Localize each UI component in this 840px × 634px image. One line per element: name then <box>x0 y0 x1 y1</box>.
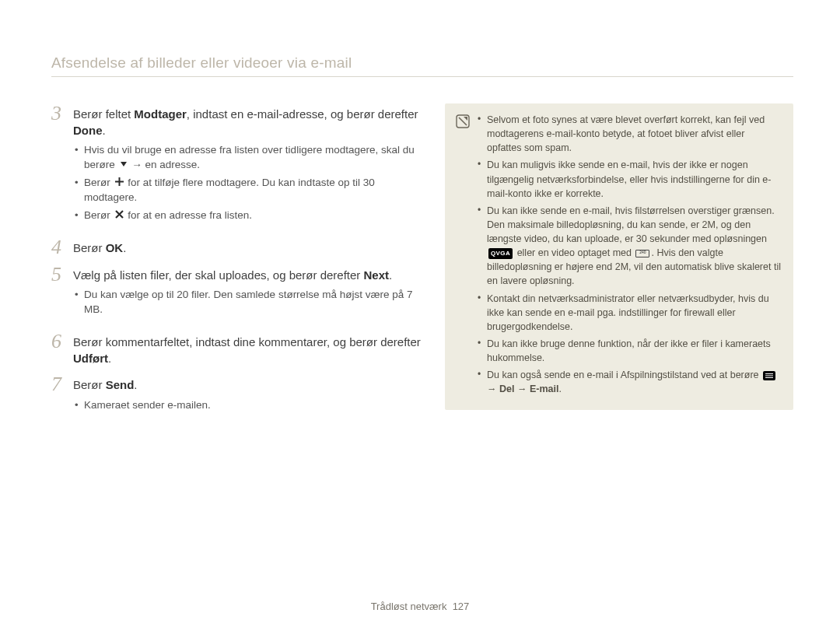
bullet: Du kan vælge op til 20 filer. Den samled… <box>73 288 425 317</box>
page-number: 127 <box>453 601 470 612</box>
step-body: Berør OK. <box>73 237 425 258</box>
bullet: Berør for at en adresse fra listen. <box>73 208 425 223</box>
bullet: Berør for at tilføje flere modtagere. Du… <box>73 176 425 205</box>
step-body: Vælg på listen filer, der skal uploades,… <box>73 264 425 325</box>
bullet: Kameraet sender e-mailen. <box>73 398 425 413</box>
header-rule <box>51 76 793 77</box>
content-columns: 3 Berør feltet Modtager, indtast en e-ma… <box>51 103 793 427</box>
video-240-icon <box>635 250 649 257</box>
step-4: 4 Berør OK. <box>51 237 425 258</box>
x-icon <box>115 208 124 223</box>
notes-column: Selvom et foto synes at være blevet over… <box>445 103 793 427</box>
page-title: Afsendelse af billeder eller videoer via… <box>51 54 793 72</box>
page-footer: Trådløst netværk 127 <box>0 601 840 612</box>
note-item: Kontakt din netværksadministrator eller … <box>478 292 781 334</box>
menu-icon <box>763 371 775 380</box>
note-item: Du kan ikke sende en e-mail, hvis filstø… <box>478 204 781 289</box>
step-body: Berør kommentarfeltet, indtast dine komm… <box>73 331 425 368</box>
manual-page: Afsendelse af billeder eller videoer via… <box>0 0 840 634</box>
step-7: 7 Berør Send. Kameraet sender e-mailen. <box>51 374 425 421</box>
step-6: 6 Berør kommentarfeltet, indtast dine ko… <box>51 331 425 368</box>
note-item: Selvom et foto synes at være blevet over… <box>478 113 781 155</box>
step-number: 5 <box>51 264 65 325</box>
step-text: Berør kommentarfeltet, indtast dine komm… <box>73 335 425 366</box>
step-5-bullets: Du kan vælge op til 20 filer. Den samled… <box>73 288 425 317</box>
step-7-bullets: Kameraet sender e-mailen. <box>73 398 425 413</box>
note-item: Du kan også sende en e-mail i Afspilning… <box>478 368 781 396</box>
step-number: 3 <box>51 103 65 231</box>
plus-icon <box>115 176 124 191</box>
step-body: Berør Send. Kameraet sender e-mailen. <box>73 374 425 421</box>
step-text: Berør Send. <box>73 377 425 394</box>
qvga-icon: QVGA <box>488 248 513 259</box>
svg-marker-0 <box>121 162 127 166</box>
note-item: Du kan muligvis ikke sende en e-mail, hv… <box>478 158 781 200</box>
svg-rect-2 <box>115 181 124 183</box>
step-text: Berør feltet Modtager, indtast en e-mail… <box>73 107 425 138</box>
note-list: Selvom et foto synes at være blevet over… <box>478 113 781 399</box>
step-number: 7 <box>51 374 65 421</box>
step-text: Berør OK. <box>73 240 425 257</box>
step-text: Vælg på listen filer, der skal uploades,… <box>73 268 425 284</box>
steps-column: 3 Berør feltet Modtager, indtast en e-ma… <box>51 103 425 427</box>
footer-section-label: Trådløst netværk <box>371 601 447 612</box>
step-number: 4 <box>51 237 65 258</box>
step-3: 3 Berør feltet Modtager, indtast en e-ma… <box>51 103 425 231</box>
note-item: Du kan ikke bruge denne funktion, når de… <box>478 337 781 365</box>
down-triangle-icon <box>120 158 128 173</box>
note-icon <box>456 114 470 128</box>
step-3-bullets: Hvis du vil bruge en adresse fra listen … <box>73 143 425 223</box>
note-box: Selvom et foto synes at være blevet over… <box>445 103 793 410</box>
step-5: 5 Vælg på listen filer, der skal uploade… <box>51 264 425 325</box>
step-number: 6 <box>51 331 65 368</box>
step-body: Berør feltet Modtager, indtast en e-mail… <box>73 103 425 231</box>
svg-marker-7 <box>464 117 467 121</box>
bullet: Hvis du vil bruge en adresse fra listen … <box>73 143 425 173</box>
